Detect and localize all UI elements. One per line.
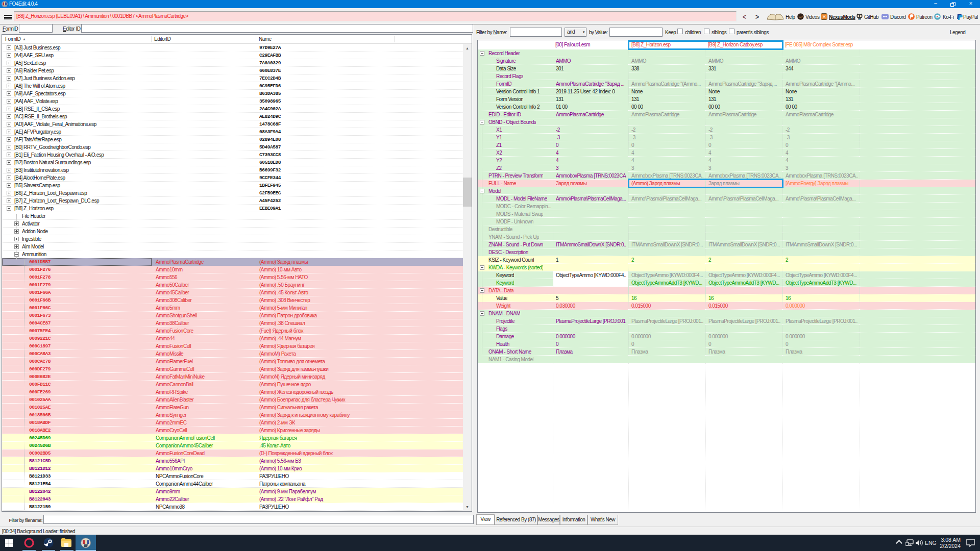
svg-text:GP: GP — [799, 15, 803, 18]
